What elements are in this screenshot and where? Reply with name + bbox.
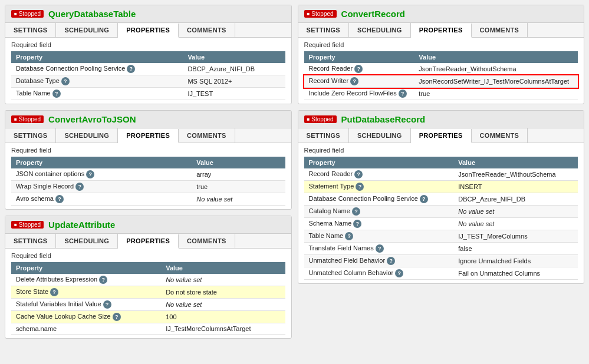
info-icon[interactable]: ? [354, 170, 363, 178]
tab-comments[interactable]: COMMENTS [472, 128, 528, 143]
table-row: Database Connection Pooling Service ?DBC… [304, 193, 578, 206]
info-icon[interactable]: ? [350, 77, 358, 85]
panel-header: StoppedUpdateAttribute [5, 216, 291, 234]
tab-settings[interactable]: SETTINGS [298, 23, 349, 37]
info-icon[interactable]: ? [376, 244, 384, 253]
tab-scheduling[interactable]: SCHEDULING [56, 234, 118, 248]
tab-comments[interactable]: COMMENTS [179, 23, 235, 37]
table-row: Record Writer ?JsonRecordSetWriter_IJ_Te… [304, 75, 578, 88]
info-icon[interactable]: ? [86, 170, 94, 178]
property-value-cell: JsonTreeReader_WithoutSchema [414, 63, 578, 75]
tab-properties[interactable]: PROPERTIES [411, 129, 472, 143]
panel-header: StoppedConvertRecord [298, 5, 584, 23]
table-row: JSON container options ?array [11, 168, 285, 181]
property-name-cell: Wrap Single Record ? [11, 181, 192, 193]
table-row: schema.nameIJ_TestMoreColumnsAtTarget [11, 323, 285, 335]
info-icon[interactable]: ? [352, 207, 360, 216]
tab-scheduling[interactable]: SCHEDULING [56, 23, 118, 37]
property-value-cell: No value set [453, 218, 578, 230]
stopped-badge: Stopped [11, 10, 44, 18]
tab-comments[interactable]: COMMENTS [472, 23, 528, 37]
info-icon[interactable]: ? [387, 257, 395, 265]
tab-settings[interactable]: SETTINGS [5, 23, 56, 37]
info-icon[interactable]: ? [103, 300, 111, 309]
info-icon[interactable]: ? [127, 65, 135, 73]
table-row: Stateful Variables Initial Value ?No val… [11, 299, 285, 311]
property-value-cell: MS SQL 2012+ [183, 75, 285, 88]
tab-comments[interactable]: COMMENTS [179, 234, 235, 248]
table-row: Catalog Name ?No value set [304, 206, 578, 218]
info-icon[interactable]: ? [420, 195, 428, 203]
panel-convert-record: StoppedConvertRecordSETTINGSSCHEDULINGPR… [298, 5, 585, 104]
info-icon[interactable]: ? [99, 276, 107, 284]
property-value-cell: Do not store state [161, 286, 285, 299]
tabs-bar: SETTINGSSCHEDULINGPROPERTIESCOMMENTS [298, 128, 584, 143]
property-name-cell: Include Zero Record FlowFiles ? [304, 88, 414, 100]
tab-comments[interactable]: COMMENTS [179, 128, 235, 143]
property-value-cell: array [192, 168, 285, 181]
property-name-cell: Unmatched Field Behavior ? [304, 255, 454, 267]
info-icon[interactable]: ? [399, 90, 407, 98]
property-value-cell: JsonTreeReader_WithoutSchema [453, 168, 578, 181]
info-icon[interactable]: ? [50, 288, 58, 296]
tabs-bar: SETTINGSSCHEDULINGPROPERTIESCOMMENTS [5, 234, 291, 249]
table-row: Table Name ?IJ_TEST_MoreColumns [304, 230, 578, 243]
property-value-cell: false [453, 243, 578, 255]
tab-scheduling[interactable]: SCHEDULING [349, 128, 411, 143]
property-value-cell: INSERT [453, 181, 578, 193]
property-name-cell: Translate Field Names ? [304, 243, 454, 255]
col-header-property: Property [304, 157, 454, 168]
tab-scheduling[interactable]: SCHEDULING [349, 23, 411, 37]
property-name-cell: Delete Attributes Expression ? [11, 274, 161, 286]
properties-table: PropertyValueDatabase Connection Pooling… [11, 51, 285, 100]
info-icon[interactable]: ? [75, 183, 84, 191]
panel-header: StoppedConvertAvroToJSON [5, 111, 291, 128]
tab-properties[interactable]: PROPERTIES [118, 24, 179, 38]
stopped-badge: Stopped [304, 115, 337, 123]
property-name-cell: Cache Value Lookup Cache Size ? [11, 311, 161, 323]
info-icon[interactable]: ? [61, 77, 70, 85]
info-icon[interactable]: ? [353, 220, 361, 228]
info-icon[interactable]: ? [356, 183, 364, 191]
property-value-cell: No value set [453, 206, 578, 218]
property-name-cell: Stateful Variables Initial Value ? [11, 299, 161, 311]
tab-settings[interactable]: SETTINGS [5, 234, 56, 248]
processor-name: QueryDatabaseTable [48, 9, 136, 19]
property-name-cell: Record Writer ? [304, 75, 414, 88]
required-field-label: Required field [11, 147, 285, 154]
info-icon[interactable]: ? [55, 195, 64, 203]
info-icon[interactable]: ? [113, 313, 121, 321]
table-row: Record Reader ?JsonTreeReader_WithoutSch… [304, 168, 578, 181]
table-row: Database Type ?MS SQL 2012+ [11, 75, 285, 88]
tab-properties[interactable]: PROPERTIES [411, 24, 472, 38]
property-value-cell: IJ_TEST_MoreColumns [453, 230, 578, 243]
tab-properties[interactable]: PROPERTIES [118, 234, 179, 249]
property-value-cell: DBCP_Azure_NIFI_DB [183, 63, 285, 75]
property-value-cell: Ignore Unmatched Fields [453, 255, 578, 267]
stopped-badge: Stopped [11, 221, 44, 229]
property-value-cell: 100 [161, 311, 285, 323]
panel-header: StoppedQueryDatabaseTable [5, 5, 291, 23]
panel-query-db-table: StoppedQueryDatabaseTableSETTINGSSCHEDUL… [5, 5, 292, 104]
info-icon[interactable]: ? [354, 65, 363, 73]
info-icon[interactable]: ? [345, 232, 353, 240]
tab-properties[interactable]: PROPERTIES [118, 129, 179, 143]
property-value-cell: No value set [161, 299, 285, 311]
left-column: StoppedQueryDatabaseTableSETTINGSSCHEDUL… [5, 5, 292, 339]
table-row: Record Reader ?JsonTreeReader_WithoutSch… [304, 63, 578, 75]
stopped-badge: Stopped [11, 115, 44, 123]
properties-table: PropertyValueDelete Attributes Expressio… [11, 262, 285, 335]
tab-settings[interactable]: SETTINGS [5, 128, 56, 143]
info-icon[interactable]: ? [395, 269, 403, 277]
processor-name: PutDatabaseRecord [341, 114, 426, 124]
tab-scheduling[interactable]: SCHEDULING [56, 128, 118, 143]
panel-header: StoppedPutDatabaseRecord [298, 111, 584, 128]
required-field-label: Required field [304, 41, 578, 48]
info-icon[interactable]: ? [52, 90, 61, 98]
col-header-property: Property [304, 51, 414, 63]
tab-settings[interactable]: SETTINGS [298, 128, 349, 143]
col-header-value: Value [414, 51, 578, 63]
property-value-cell: true [414, 88, 578, 100]
property-value-cell: Fail on Unmatched Columns [453, 267, 578, 280]
property-name-cell: Table Name ? [304, 230, 454, 243]
